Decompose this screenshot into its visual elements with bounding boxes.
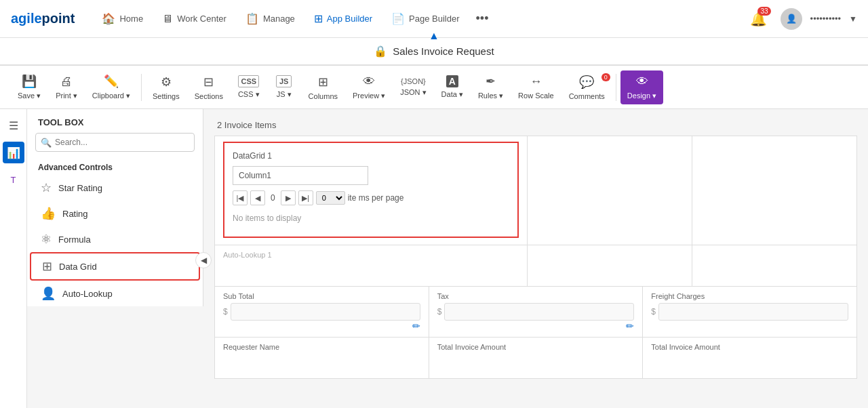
toolbox-panel: TOOL BOX 🔍 Advanced Controls ☆ Star Rati… xyxy=(27,109,203,306)
toolbox-rating[interactable]: 👍 Rating xyxy=(30,201,200,226)
toolbar-save[interactable]: 💾 Save ▾ xyxy=(11,70,47,104)
notification-badge: 33 xyxy=(757,7,770,16)
main-layout: ☰ 📊 T TOOL BOX 🔍 Advanced Controls ☆ Sta… xyxy=(0,109,868,408)
toolbar-comments-wrap: 💬 Comments 0 xyxy=(562,70,612,104)
sidebar-icon-tag[interactable]: T xyxy=(3,169,24,190)
nav-manage[interactable]: 📋 Manage xyxy=(237,7,303,30)
toolbar-design[interactable]: 👁 Design ▾ xyxy=(620,70,663,104)
data-icon: A xyxy=(446,75,458,87)
requester-cell: Requester Name xyxy=(215,338,429,378)
lock-icon: 🔒 xyxy=(374,45,387,58)
freight-cell: Freight Charges $ xyxy=(643,287,856,337)
freight-dollar-sign: $ xyxy=(651,307,656,317)
user-menu-chevron[interactable]: ▼ xyxy=(849,14,857,24)
subtotal-input[interactable] xyxy=(231,303,420,321)
subtotal-edit-icon[interactable]: ✏ xyxy=(412,321,420,331)
star-rating-icon: ☆ xyxy=(41,180,52,195)
toolbar-json[interactable]: {JSON} JSON ▾ xyxy=(393,73,433,101)
section-label: 2 Invoice Items xyxy=(214,120,857,130)
items-per-page-label: ite ms per page xyxy=(348,193,404,203)
subtotal-cell: Sub Total $ ✏ xyxy=(215,287,429,337)
datagrid-empty-message: No items to display xyxy=(233,208,509,228)
sidebar-icon-list[interactable]: ☰ xyxy=(3,115,24,136)
columns-icon: ⊞ xyxy=(318,75,328,89)
settings-icon: ⚙ xyxy=(161,75,172,89)
toolbar-columns[interactable]: ⊞ Columns xyxy=(302,70,344,104)
content-area: 2 Invoice Items DataGrid 1 Column1 |◀ ◀ … xyxy=(203,109,868,408)
appbuilder-icon: ⊞ xyxy=(314,12,323,25)
rating-icon: 👍 xyxy=(41,206,56,221)
total-invoice-1-cell: Total Invoice Amount xyxy=(429,338,644,378)
page-title-bar: 🔒 Sales Invoice Request xyxy=(0,38,868,65)
toolbox-title: TOOL BOX xyxy=(27,109,203,133)
user-avatar[interactable]: 👤 xyxy=(781,8,802,30)
toolbar-data[interactable]: A Data ▾ xyxy=(435,71,470,103)
pag-last-button[interactable]: ▶| xyxy=(298,190,313,205)
nav-appbuilder[interactable]: ⊞ App Builder xyxy=(306,7,380,30)
toolbar-css[interactable]: CSS CSS ▾ xyxy=(231,71,267,103)
toolbar-clipboard[interactable]: ✏️ Clipboard ▾ xyxy=(85,70,137,104)
nav-workcenter[interactable]: 🖥 Work Center xyxy=(154,7,235,30)
total-invoice-2-cell: Total Invoice Amount xyxy=(643,338,856,378)
avatar-icon: 👤 xyxy=(786,14,797,24)
toolbox-auto-lookup[interactable]: 👤 Auto-Lookup xyxy=(30,281,200,306)
collapse-nav-button[interactable]: ▲ xyxy=(429,30,439,42)
toolbox-search-input[interactable] xyxy=(35,133,195,152)
toolbar-rules[interactable]: ✒ Rules ▾ xyxy=(471,70,510,104)
form-row-datagrid: DataGrid 1 Column1 |◀ ◀ 0 ▶ ▶| 0 10 xyxy=(215,136,856,245)
logo[interactable]: agilepoint xyxy=(11,11,75,26)
subtotal-label: Sub Total xyxy=(223,292,420,300)
toolbox-collapse-button[interactable]: ◀ xyxy=(195,252,212,268)
nav-pagebuilder[interactable]: 📄 Page Builder xyxy=(383,7,467,30)
datagrid-column-header[interactable]: Column1 xyxy=(233,166,368,185)
manage-icon: 📋 xyxy=(245,12,259,25)
nav-right-section: 🔔 33 👤 •••••••••• ▼ xyxy=(745,5,857,33)
preview-icon: 👁 xyxy=(363,75,375,89)
toolbar-rowscale[interactable]: ↔ Row Scale xyxy=(511,70,561,104)
tax-input[interactable] xyxy=(444,303,634,321)
save-icon: 💾 xyxy=(22,74,37,89)
pag-number: 0 xyxy=(268,193,278,203)
items-per-page-select[interactable]: 0 10 25 xyxy=(316,191,345,205)
pag-prev-button[interactable]: ◀ xyxy=(250,190,265,205)
empty-cell-4 xyxy=(692,245,856,286)
rowscale-icon: ↔ xyxy=(530,75,542,89)
toolbox-search-wrap: 🔍 xyxy=(35,133,195,152)
empty-cell-2 xyxy=(692,136,856,245)
content-inner: 2 Invoice Items DataGrid 1 Column1 |◀ ◀ … xyxy=(203,109,868,390)
home-icon: 🏠 xyxy=(102,12,115,25)
toolbar-settings[interactable]: ⚙ Settings xyxy=(146,70,186,104)
toolbox-formula[interactable]: ⚛ Formula xyxy=(30,226,200,252)
notification-button[interactable]: 🔔 33 xyxy=(745,5,772,33)
data-grid-icon: ⊞ xyxy=(42,259,52,274)
toolbar-sep-2 xyxy=(616,74,616,101)
print-icon: 🖨 xyxy=(60,75,73,89)
pagebuilder-icon: 📄 xyxy=(391,12,405,25)
sections-icon: ⊟ xyxy=(203,75,214,89)
subtotal-input-wrap: $ xyxy=(223,303,420,321)
toolbar-print[interactable]: 🖨 Print ▾ xyxy=(49,70,84,104)
clipboard-icon: ✏️ xyxy=(104,74,119,89)
total-invoice-1-label: Total Invoice Amount xyxy=(437,343,635,351)
form-grid: DataGrid 1 Column1 |◀ ◀ 0 ▶ ▶| 0 10 xyxy=(214,136,857,379)
toolbox-star-rating[interactable]: ☆ Star Rating xyxy=(30,175,200,201)
datagrid-box: DataGrid 1 Column1 |◀ ◀ 0 ▶ ▶| 0 10 xyxy=(223,142,519,238)
toolbar: 💾 Save ▾ 🖨 Print ▾ ✏️ Clipboard ▾ ⚙ Sett… xyxy=(0,66,868,109)
toolbar-preview[interactable]: 👁 Preview ▾ xyxy=(346,70,392,104)
comments-badge: 0 xyxy=(601,73,610,81)
tax-input-wrap: $ xyxy=(437,303,635,321)
toolbar-sections[interactable]: ⊟ Sections xyxy=(188,70,230,104)
datagrid-pagination: |◀ ◀ 0 ▶ ▶| 0 10 25 ite ms per xyxy=(233,190,509,205)
toolbox-data-grid[interactable]: ⊞ Data Grid xyxy=(30,252,200,281)
autolookup-cell: Auto-Lookup 1 xyxy=(215,245,528,286)
sidebar-icon-chart[interactable]: 📊 xyxy=(3,142,24,163)
freight-input[interactable] xyxy=(658,303,848,321)
pag-next-button[interactable]: ▶ xyxy=(281,190,296,205)
toolbar-js[interactable]: JS JS ▾ xyxy=(268,71,300,103)
nav-home[interactable]: 🏠 Home xyxy=(94,7,151,30)
form-row-requester: Requester Name Total Invoice Amount Tota… xyxy=(215,338,856,378)
tax-edit-icon[interactable]: ✏ xyxy=(626,321,634,331)
user-name: •••••••••• xyxy=(810,14,842,24)
pag-first-button[interactable]: |◀ xyxy=(233,190,248,205)
nav-more-button[interactable]: ••• xyxy=(471,6,494,31)
